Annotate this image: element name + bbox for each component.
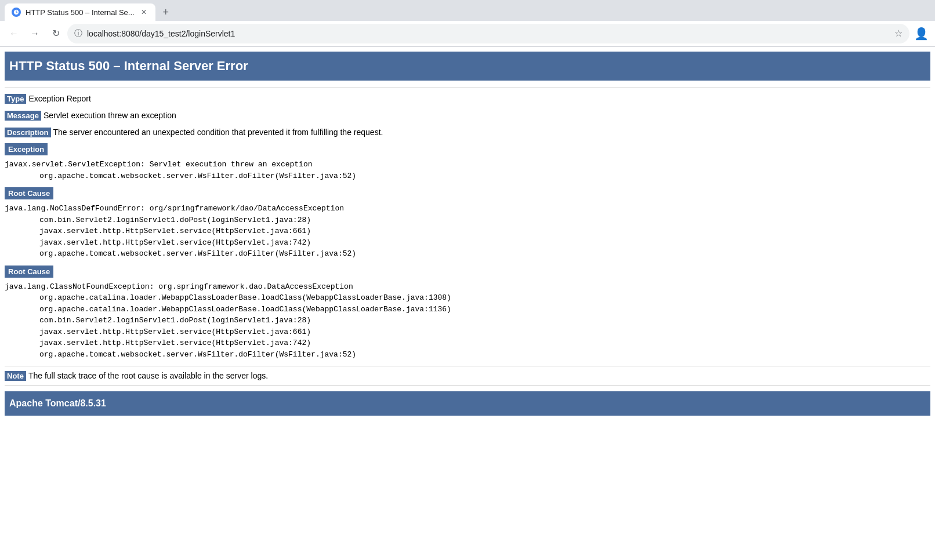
browser-chrome: HTTP Status 500 – Internal Se... ✕ + ← →…: [0, 0, 935, 47]
rc1-line-3: javax.servlet.http.HttpServlet.service(H…: [5, 237, 930, 249]
rc2-line-2: org.apache.catalina.loader.WebappClassLo…: [5, 304, 930, 315]
tab-bar: HTTP Status 500 – Internal Se... ✕ +: [0, 0, 935, 21]
exception-line-1: org.apache.tomcat.websocket.server.WsFil…: [5, 170, 930, 182]
type-value: Exception Report: [28, 94, 90, 103]
description-row: DescriptionThe server encountered an une…: [5, 126, 930, 139]
rc2-line-3: com.bin.Servlet2.loginServlet1.doPost(lo…: [5, 315, 930, 326]
footer-text: Apache Tomcat/8.5.31: [9, 398, 106, 408]
address-bar[interactable]: ⓘ localhost:8080/day15_test2/loginServle…: [67, 24, 909, 43]
exception-label: Exception: [5, 143, 48, 155]
forward-button[interactable]: →: [26, 24, 44, 43]
root-cause-2-code: java.lang.ClassNotFoundException: org.sp…: [5, 281, 930, 361]
exception-code: javax.servlet.ServletException: Servlet …: [5, 159, 930, 181]
footer-bar: Apache Tomcat/8.5.31: [5, 391, 930, 416]
rc1-line-2: javax.servlet.http.HttpServlet.service(H…: [5, 226, 930, 237]
rc1-line-1: com.bin.Servlet2.loginServlet1.doPost(lo…: [5, 214, 930, 226]
tab-close-button[interactable]: ✕: [139, 8, 148, 17]
divider-footer: [5, 385, 930, 386]
rc2-line-1: org.apache.catalina.loader.WebappClassLo…: [5, 292, 930, 304]
root-cause-1-section: Root Cause java.lang.NoClassDefFoundErro…: [5, 187, 930, 260]
nav-bar: ← → ↻ ⓘ localhost:8080/day15_test2/login…: [0, 21, 935, 46]
exception-section: Exception javax.servlet.ServletException…: [5, 143, 930, 181]
root-cause-2-section: Root Cause java.lang.ClassNotFoundExcept…: [5, 266, 930, 361]
page-content: HTTP Status 500 – Internal Server Error …: [0, 47, 935, 416]
divider-note: [5, 366, 930, 366]
divider-top: [5, 88, 930, 88]
rc2-line-0: java.lang.ClassNotFoundException: org.sp…: [5, 281, 930, 293]
note-label: Note: [5, 371, 26, 381]
tab-favicon: [12, 8, 21, 17]
exception-line-0: javax.servlet.ServletException: Servlet …: [5, 159, 930, 170]
new-tab-button[interactable]: +: [158, 4, 174, 20]
rc2-line-4: javax.servlet.http.HttpServlet.service(H…: [5, 326, 930, 338]
back-button[interactable]: ←: [5, 24, 23, 43]
root-cause-1-label: Root Cause: [5, 187, 53, 199]
profile-button[interactable]: 👤: [912, 24, 930, 43]
root-cause-2-label: Root Cause: [5, 266, 53, 278]
type-label: Type: [5, 94, 26, 104]
root-cause-1-code: java.lang.NoClassDefFoundError: org/spri…: [5, 203, 930, 260]
reload-button[interactable]: ↻: [46, 24, 65, 43]
rc2-line-6: org.apache.tomcat.websocket.server.WsFil…: [5, 349, 930, 361]
rc1-line-4: org.apache.tomcat.websocket.server.WsFil…: [5, 248, 930, 260]
type-row: TypeException Report: [5, 93, 930, 105]
message-value: Servlet execution threw an exception: [44, 111, 176, 120]
active-tab[interactable]: HTTP Status 500 – Internal Se... ✕: [5, 3, 155, 21]
rc2-line-5: javax.servlet.http.HttpServlet.service(H…: [5, 337, 930, 349]
description-value: The server encountered an unexpected con…: [53, 128, 383, 137]
note-row: NoteThe full stack trace of the root cau…: [5, 371, 930, 380]
address-text: localhost:8080/day15_test2/loginServlet1: [87, 29, 890, 38]
bookmark-icon[interactable]: ☆: [894, 28, 903, 39]
page-title: HTTP Status 500 – Internal Server Error: [9, 59, 248, 73]
address-lock-icon: ⓘ: [74, 28, 82, 39]
message-row: MessageServlet execution threw an except…: [5, 110, 930, 122]
rc1-line-0: java.lang.NoClassDefFoundError: org/spri…: [5, 203, 930, 214]
page-title-bar: HTTP Status 500 – Internal Server Error: [5, 52, 930, 81]
nav-right-buttons: 👤: [912, 24, 930, 43]
description-label: Description: [5, 128, 51, 137]
note-value: The full stack trace of the root cause i…: [28, 371, 268, 380]
message-label: Message: [5, 111, 41, 121]
tab-title: HTTP Status 500 – Internal Se...: [26, 8, 135, 17]
